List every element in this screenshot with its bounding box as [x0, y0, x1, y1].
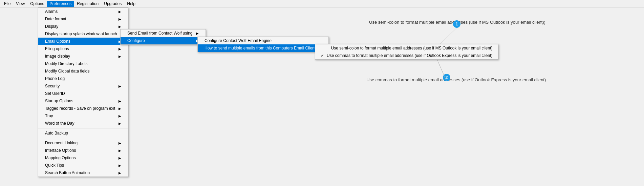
arrow-icon: ▶	[119, 122, 121, 125]
menubar-item-upgrades[interactable]: Upgrades	[101, 1, 124, 7]
menubar-item-view[interactable]: View	[13, 1, 27, 7]
menu-item-quick-tips[interactable]: Quick Tips ▶	[38, 162, 128, 169]
menubar: File View Options Preferences Registrati…	[0, 0, 644, 7]
configure-dropdown: Configure Contact Wolf Email Engine How …	[197, 37, 329, 52]
menu-item-how-to-send[interactable]: How to send multiple emails from this Co…	[198, 44, 328, 52]
arrow-icon: ▶	[119, 171, 121, 175]
callout2-badge: 2	[443, 74, 450, 81]
checkmark-icon: ✓	[321, 53, 325, 58]
separator1	[38, 128, 128, 128]
menu-item-configure[interactable]: Configure ▶	[121, 37, 206, 44]
arrow-icon: ▶	[119, 149, 121, 152]
arrow-icon: ▶	[119, 10, 121, 14]
arrow-icon: ▶	[196, 32, 199, 35]
menu-item-phone-log[interactable]: Phone Log	[38, 75, 128, 82]
menu-item-display-startup[interactable]: Display startup splash window at launch	[38, 30, 128, 38]
menubar-item-help[interactable]: Help	[124, 1, 138, 7]
arrow-icon: ▶	[119, 141, 121, 145]
menu-item-tagged-records[interactable]: Tagged records - Save on program exit ▶	[38, 105, 128, 112]
menubar-item-preferences[interactable]: Preferences	[47, 1, 74, 7]
menu-item-set-userid[interactable]: Set UserID	[38, 90, 128, 97]
menu-item-modify-global[interactable]: Modify Global data fields	[38, 67, 128, 75]
arrow-icon: ▶	[119, 114, 121, 118]
arrow-icon: ▶	[119, 107, 121, 110]
menu-item-security[interactable]: Security ▶	[38, 82, 128, 90]
menu-item-search-button-animation[interactable]: Search Button Animation ▶	[38, 169, 128, 177]
menu-item-mapping-options[interactable]: Mapping Options ▶	[38, 154, 128, 162]
menu-item-image-display[interactable]: Image display ▶	[38, 53, 128, 60]
menu-item-document-linking[interactable]: Document Linking ▶	[38, 139, 128, 147]
arrow-icon: ▶	[119, 156, 121, 160]
menu-item-interface-options[interactable]: Interface Options ▶	[38, 147, 128, 154]
callout1-label: Use semi-colon to format multiple email …	[369, 20, 545, 25]
menu-item-modify-directory[interactable]: Modify Directory Labels	[38, 60, 128, 67]
menu-item-alarms[interactable]: Alarms ▶	[38, 8, 128, 15]
preferences-dropdown: Alarms ▶ Date format ▶ Display ▶ Display…	[38, 7, 128, 177]
menubar-item-options[interactable]: Options	[27, 1, 47, 7]
menu-item-word-of-day[interactable]: Word of the Day ▶	[38, 120, 128, 127]
arrow-icon: ▶	[119, 47, 121, 51]
menu-item-date-format[interactable]: Date format ▶	[38, 15, 128, 23]
menu-item-send-email[interactable]: Send Email from Contact Wolf using ▶	[121, 29, 206, 37]
callout1-badge: 1	[453, 20, 460, 28]
menu-item-startup-options[interactable]: Startup Options ▶	[38, 97, 128, 105]
menubar-item-registration[interactable]: Registration	[74, 1, 101, 7]
menu-item-auto-backup[interactable]: Auto Backup	[38, 129, 128, 137]
menu-item-configure-email-engine[interactable]: Configure Contact Wolf Email Engine	[198, 37, 328, 44]
arrow-icon: ▶	[119, 25, 121, 28]
checkmark-icon	[321, 46, 325, 50]
menu-item-email-options[interactable]: Email Options ▶	[38, 38, 128, 45]
arrow-icon: ▶	[119, 17, 121, 21]
arrow-icon: ▶	[119, 84, 121, 88]
arrow-icon: ▶	[119, 55, 121, 58]
menu-item-filing-options[interactable]: Filing options ▶	[38, 45, 128, 53]
arrow-icon: ▶	[119, 99, 121, 103]
menu-item-display[interactable]: Display ▶	[38, 23, 128, 30]
arrow-icon: ▶	[119, 164, 121, 167]
menu-item-use-commas[interactable]: ✓ Use commas to format multiple email ad…	[315, 52, 498, 59]
email-format-dropdown: Use semi-colon to format multiple email …	[315, 44, 498, 60]
menubar-item-file[interactable]: File	[1, 1, 13, 7]
menu-item-use-semicolon[interactable]: Use semi-colon to format multiple email …	[315, 44, 498, 52]
callout2-label: Use commas to format multiple email addr…	[366, 77, 546, 82]
email-options-dropdown: Send Email from Contact Wolf using ▶ Con…	[120, 29, 206, 45]
separator2	[38, 138, 128, 138]
menu-item-tray[interactable]: Tray ▶	[38, 112, 128, 120]
